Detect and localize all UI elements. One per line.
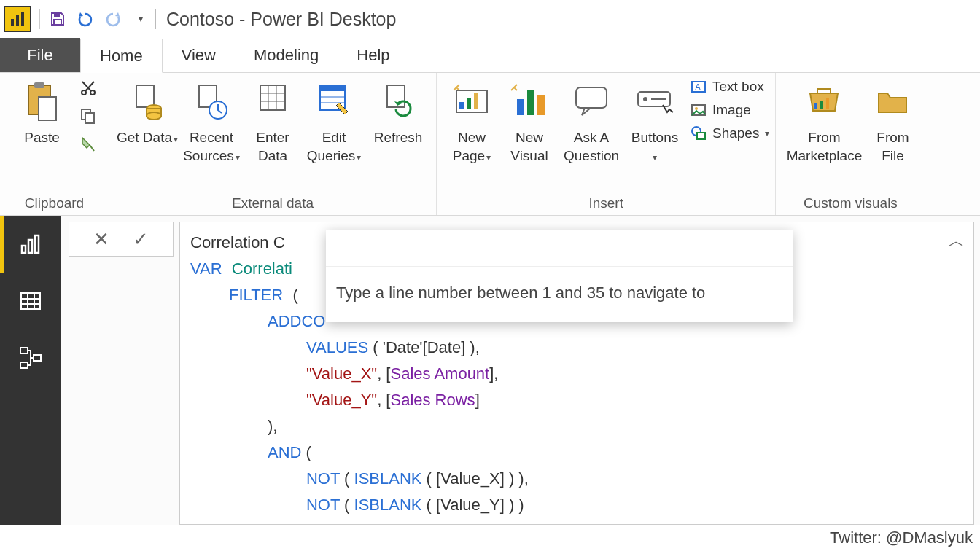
format-painter-icon[interactable] [77,133,99,155]
refresh-label: Refresh [374,128,423,146]
svg-rect-24 [320,85,345,91]
qat-separator [39,9,40,29]
app-icon [4,6,31,32]
enter-data-button[interactable]: Enter Data [244,77,302,165]
refresh-button[interactable]: Refresh [366,77,430,146]
tab-home[interactable]: Home [80,39,163,73]
chevron-up-icon[interactable]: ︿ [949,228,965,254]
svg-rect-3 [54,13,60,17]
model-view-icon[interactable] [0,329,61,386]
svg-rect-35 [576,87,607,108]
svg-point-15 [147,112,161,120]
goto-line-hint: Type a line number between 1 and 35 to n… [326,267,793,322]
title-separator [155,9,156,29]
textbox-button[interactable]: AText box [689,77,769,96]
from-marketplace-button[interactable]: From Marketplace [782,77,866,165]
get-data-button[interactable]: Get Data [115,77,179,149]
ask-question-label: Ask A Question [558,128,625,165]
svg-rect-48 [22,246,26,253]
svg-rect-57 [34,355,41,361]
shapes-button[interactable]: Shapes▾ [689,124,769,143]
paste-button[interactable]: Paste [10,77,74,146]
from-file-button[interactable]: From File [866,77,919,165]
new-visual-label: New Visual [501,128,558,165]
group-label-external: External data [232,194,314,212]
footer-text: Twitter: @DMaslyuk [830,528,973,547]
svg-rect-29 [459,102,464,109]
goto-line-input[interactable] [326,230,793,267]
svg-rect-1 [16,15,19,26]
new-page-button[interactable]: New Page [443,77,501,167]
from-file-label: From File [866,128,919,165]
ribbon-group-custom: From Marketplace From File Custom visual… [776,73,925,215]
view-switcher [0,216,61,525]
formula-editor: ✕ ✓ ︿ Correlation C VAR Correlati FILTER… [61,216,980,525]
recent-sources-label: Recent Sources [183,130,234,163]
formula-buttons: ✕ ✓ [69,222,174,257]
svg-rect-4 [54,20,61,25]
group-label-clipboard: Clipboard [25,194,84,212]
undo-icon[interactable] [75,9,96,29]
edit-queries-button[interactable]: Edit Queries [302,77,366,167]
redo-icon[interactable] [103,9,123,29]
buttons-button[interactable]: Buttons▾ [625,77,685,167]
title-bar: ▾ Contoso - Power BI Desktop [0,0,980,38]
svg-rect-12 [136,85,154,107]
image-label: Image [712,102,751,118]
report-view-icon[interactable] [0,216,61,273]
svg-rect-0 [11,19,14,26]
edit-queries-label: Edit Queries [307,130,356,163]
ask-question-button[interactable]: Ask A Question [558,77,625,165]
commit-formula-icon[interactable]: ✓ [133,228,149,251]
recent-sources-button[interactable]: Recent Sources [179,77,244,167]
svg-rect-50 [35,235,39,253]
tab-help[interactable]: Help [338,38,408,72]
from-marketplace-label: From Marketplace [782,128,866,165]
svg-rect-6 [34,82,44,88]
svg-text:A: A [695,82,701,93]
svg-rect-45 [814,103,817,109]
ribbon-tabs: File Home View Modeling Help [0,38,980,73]
svg-rect-31 [474,93,478,109]
ribbon: Paste Clipboard Get Data Recent Sources … [0,73,980,216]
dax-editor[interactable]: ︿ Correlation C VAR Correlati FILTER ( A… [179,222,974,525]
tab-file[interactable]: File [0,38,80,72]
enter-data-label: Enter Data [244,128,302,165]
cut-icon[interactable] [77,77,99,99]
paste-label: Paste [24,128,60,146]
qat-dropdown-icon[interactable]: ▾ [131,9,151,29]
svg-point-37 [643,97,648,101]
copy-icon[interactable] [77,105,99,127]
data-view-icon[interactable] [0,273,61,329]
quick-access-toolbar: ▾ [47,9,151,29]
cancel-formula-icon[interactable]: ✕ [93,228,109,251]
svg-rect-11 [85,113,94,123]
tab-modeling[interactable]: Modeling [235,38,338,72]
shapes-label: Shapes [712,125,759,141]
svg-rect-49 [28,240,32,253]
ribbon-group-insert: New Page New Visual Ask A Question Butto… [437,73,776,215]
svg-rect-58 [20,362,28,368]
buttons-label: Buttons [631,130,678,145]
svg-rect-34 [537,95,545,115]
save-icon[interactable] [47,9,68,29]
svg-rect-56 [20,348,28,353]
tab-view[interactable]: View [163,38,235,72]
get-data-label: Get Data [117,130,172,145]
image-button[interactable]: Image [689,101,769,120]
svg-rect-47 [826,98,829,109]
svg-rect-27 [387,85,405,107]
new-visual-button[interactable]: New Visual [501,77,558,165]
svg-rect-44 [697,133,705,139]
svg-rect-46 [820,101,823,109]
group-label-insert: Insert [588,194,623,212]
window-title: Contoso - Power BI Desktop [166,9,396,30]
svg-rect-30 [467,98,471,109]
new-page-label: New Page [453,130,486,163]
goto-line-dialog: Type a line number between 1 and 35 to n… [326,230,793,322]
ribbon-group-external: Get Data Recent Sources Enter Data Edit … [109,73,437,215]
svg-rect-18 [260,85,285,110]
main-area: ✕ ✓ ︿ Correlation C VAR Correlati FILTER… [0,216,980,525]
svg-rect-2 [21,12,24,26]
svg-rect-51 [21,293,40,309]
